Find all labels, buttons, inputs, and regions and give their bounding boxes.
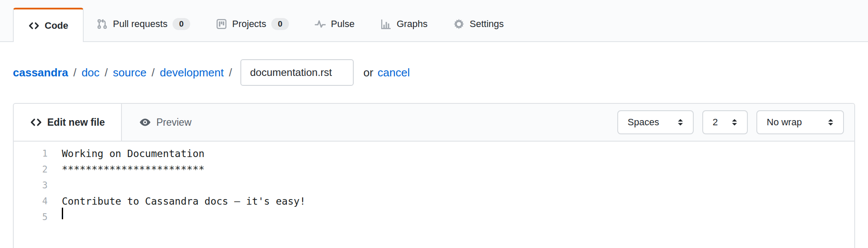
cancel-link[interactable]: cancel (378, 66, 410, 79)
line-text: Working on Documentation (62, 146, 204, 162)
filename-input[interactable] (240, 59, 354, 86)
code-icon (30, 116, 42, 128)
tab-edit-new-file[interactable]: Edit new file (14, 104, 122, 141)
breadcrumb-repo-link[interactable]: cassandra (13, 66, 68, 79)
tab-projects[interactable]: Projects 0 (203, 7, 302, 41)
breadcrumb-link-doc[interactable]: doc (82, 66, 100, 79)
file-editor: Edit new file Preview Spaces 2 N (13, 103, 855, 248)
indent-width-select[interactable]: 2 (702, 110, 748, 134)
breadcrumb-link-source[interactable]: source (113, 66, 146, 79)
git-pull-request-icon (97, 18, 108, 30)
line-text: Contribute to Cassandra docs — it's easy… (62, 194, 306, 209)
code-line: 1 Working on Documentation (14, 146, 854, 162)
code-line: 4 Contribute to Cassandra docs — it's ea… (14, 194, 854, 209)
indent-mode-value: Spaces (628, 117, 659, 128)
breadcrumb-separator: / (73, 66, 76, 79)
code-editor-area[interactable]: 1 Working on Documentation 2 ***********… (14, 142, 854, 225)
code-icon (28, 20, 39, 31)
tab-edit-new-file-label: Edit new file (47, 117, 105, 128)
line-number: 2 (14, 162, 62, 178)
select-caret-icon (676, 118, 685, 127)
indent-mode-select[interactable]: Spaces (617, 110, 694, 134)
project-icon (216, 18, 227, 30)
text-cursor (62, 208, 63, 219)
select-caret-icon (730, 118, 739, 127)
tab-settings-label: Settings (470, 18, 504, 30)
projects-counter: 0 (271, 18, 289, 30)
breadcrumb-separator: / (105, 66, 108, 79)
tab-graphs[interactable]: Graphs (367, 7, 440, 41)
wrap-mode-select[interactable]: No wrap (756, 110, 844, 134)
indent-width-value: 2 (713, 117, 718, 128)
line-text: ************************ (62, 162, 204, 178)
pull-requests-counter: 0 (173, 18, 190, 30)
pulse-icon (315, 18, 326, 30)
wrap-mode-value: No wrap (767, 117, 802, 128)
line-number: 5 (14, 209, 62, 225)
line-number: 4 (14, 194, 62, 209)
editor-controls: Spaces 2 No wrap (617, 104, 854, 141)
breadcrumb-separator: / (229, 66, 232, 79)
code-line: 3 (14, 178, 854, 194)
tab-pulse[interactable]: Pulse (302, 7, 367, 41)
breadcrumb: cassandra / doc / source / development /… (0, 42, 868, 103)
tab-code-label: Code (45, 20, 68, 31)
tab-pulse-label: Pulse (331, 18, 355, 30)
repo-nav: Code Pull requests 0 Projects 0 Pulse Gr… (0, 0, 868, 42)
tab-pull-requests[interactable]: Pull requests 0 (84, 7, 203, 41)
tab-settings[interactable]: Settings (440, 7, 517, 41)
code-line: 2 ************************ (14, 162, 854, 178)
eye-icon (139, 116, 151, 128)
code-line: 5 (14, 209, 854, 225)
graph-icon (380, 18, 392, 30)
line-number: 3 (14, 178, 62, 194)
tab-preview[interactable]: Preview (122, 104, 209, 141)
tab-graphs-label: Graphs (397, 18, 428, 30)
line-number: 1 (14, 146, 62, 162)
editor-header: Edit new file Preview Spaces 2 N (14, 104, 854, 142)
tab-projects-label: Projects (232, 18, 266, 30)
breadcrumb-link-development[interactable]: development (160, 66, 224, 79)
tab-code[interactable]: Code (13, 8, 84, 42)
tab-preview-label: Preview (156, 117, 191, 128)
breadcrumb-separator: / (152, 66, 155, 79)
gear-icon (453, 18, 464, 30)
select-caret-icon (826, 118, 835, 127)
tab-pull-requests-label: Pull requests (113, 18, 167, 30)
or-text: or (363, 66, 373, 79)
